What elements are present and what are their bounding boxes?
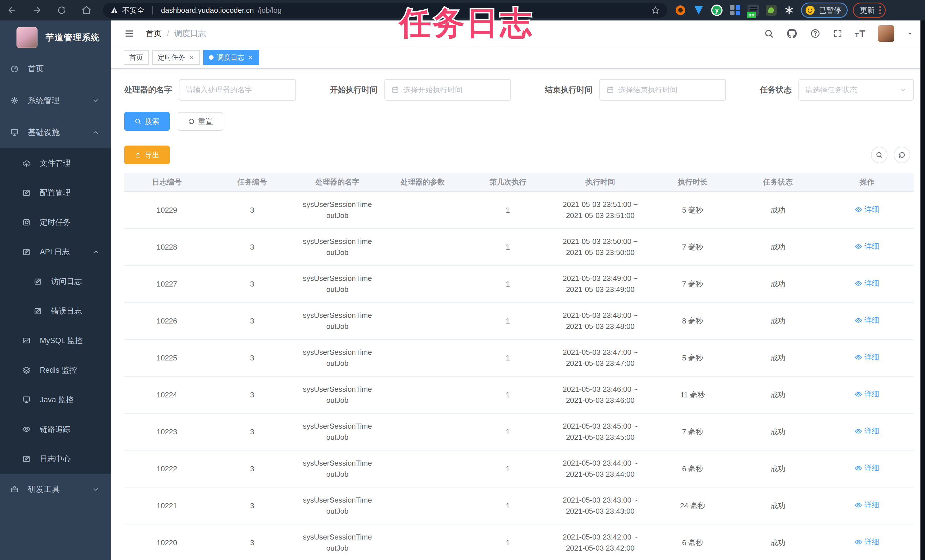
cell-times: 1 <box>465 303 550 339</box>
reset-button[interactable]: 重置 <box>178 112 223 131</box>
search-icon[interactable] <box>764 29 774 38</box>
cell-duration: 7 毫秒 <box>650 229 735 265</box>
begin-time-picker <box>384 79 511 101</box>
sidebar: 芋道管理系统 首页 系统管理 基础设施 文件管理 <box>0 21 111 560</box>
cell-handler: sysUserSessionTimeoutJob <box>295 524 380 560</box>
cell-times: 1 <box>465 524 550 560</box>
detail-link[interactable]: 详细 <box>855 500 879 510</box>
extension-orange-icon[interactable] <box>675 5 686 16</box>
cell-duration: 6 毫秒 <box>650 524 735 560</box>
forward-icon[interactable] <box>32 5 42 15</box>
detail-link[interactable]: 详细 <box>855 315 879 326</box>
dashboard-icon <box>10 65 19 73</box>
hamburger-icon[interactable] <box>124 29 134 39</box>
cell-job-id: 3 <box>209 450 295 487</box>
cell-log-id: 10222 <box>124 450 209 487</box>
reload-icon[interactable] <box>57 5 66 15</box>
browser-menu-icon[interactable] <box>879 6 881 14</box>
sidebar-item-redis-monitor[interactable]: Redis 监控 <box>0 355 111 385</box>
eye-icon <box>22 425 31 434</box>
sidebar-item-file-manage[interactable]: 文件管理 <box>0 148 111 178</box>
extension-leaf-icon[interactable] <box>766 5 777 16</box>
sidebar-item-access-log[interactable]: 访问日志 <box>0 266 111 296</box>
cell-status: 成功 <box>735 450 821 487</box>
extension-grid-icon[interactable] <box>729 5 741 16</box>
refresh-table-button[interactable] <box>894 147 910 163</box>
paused-label: 已暂停 <box>819 5 841 15</box>
caret-down-icon[interactable] <box>907 30 914 37</box>
sidebar-item-home[interactable]: 首页 <box>0 53 111 85</box>
tab-scheduled-jobs[interactable]: 定时任务 <box>152 50 200 65</box>
sidebar-item-dev-tools[interactable]: 研发工具 <box>0 474 111 506</box>
help-icon[interactable] <box>810 29 820 39</box>
font-size-icon[interactable]: TT <box>855 29 865 38</box>
extension-on-badge-icon[interactable]: on <box>747 5 759 16</box>
sidebar-logo[interactable]: 芋道管理系统 <box>0 22 111 53</box>
cell-log-id: 10224 <box>124 376 209 413</box>
cell-period: 2021-05-03 23:51:00 ~ 2021-05-03 23:51:0… <box>550 191 650 229</box>
toggle-search-button[interactable] <box>871 147 887 163</box>
breadcrumb-home[interactable]: 首页 <box>146 28 162 39</box>
job-status-select[interactable]: 请选择任务状态 <box>798 79 914 101</box>
sidebar-item-config-manage[interactable]: 配置管理 <box>0 178 111 208</box>
cell-times: 1 <box>465 487 550 524</box>
detail-link[interactable]: 详细 <box>855 388 879 400</box>
detail-link[interactable]: 详细 <box>855 462 879 474</box>
cell-log-id: 10227 <box>124 265 209 303</box>
tab-job-log[interactable]: 调度日志 <box>203 50 259 65</box>
paused-badge[interactable]: 已暂停 <box>801 3 848 18</box>
tab-home[interactable]: 首页 <box>124 50 149 65</box>
cell-handler: sysUserSessionTimeoutJob <box>295 303 380 339</box>
logo-avatar <box>17 27 38 48</box>
cell-log-id: 10225 <box>124 339 209 376</box>
cell-param <box>380 376 465 413</box>
filter-handler-name: 处理器的名字 <box>124 79 296 101</box>
sidebar-item-tracing[interactable]: 链路追踪 <box>0 414 111 444</box>
close-icon[interactable] <box>188 54 194 60</box>
sidebar-item-log-center[interactable]: 日志中心 <box>0 444 111 474</box>
back-icon[interactable] <box>7 5 17 15</box>
cell-log-id: 10228 <box>124 229 209 265</box>
home-icon[interactable] <box>81 5 92 15</box>
github-icon[interactable] <box>786 28 798 39</box>
detail-link[interactable]: 详细 <box>855 426 879 437</box>
tab-label: 首页 <box>130 53 143 62</box>
user-avatar[interactable] <box>878 25 894 42</box>
sidebar-item-system[interactable]: 系统管理 <box>0 85 111 117</box>
address-bar[interactable]: 不安全 dashboard.yudao.iocoder.cn/job/log <box>103 3 667 18</box>
table-row: 10226 3 sysUserSessionTimeoutJob 1 2021-… <box>124 303 914 339</box>
extension-blue-drop-icon[interactable] <box>693 5 704 16</box>
begin-time-input[interactable] <box>403 86 504 94</box>
sidebar-item-mysql-monitor[interactable]: MySQL 监控 <box>0 326 111 355</box>
detail-link[interactable]: 详细 <box>855 352 879 363</box>
handler-name-input[interactable] <box>186 86 289 94</box>
extension-flower-icon[interactable] <box>783 5 795 16</box>
search-button[interactable]: 搜索 <box>124 112 170 131</box>
fullscreen-icon[interactable] <box>833 29 842 38</box>
detail-link[interactable]: 详细 <box>855 278 879 289</box>
gear-icon <box>10 96 19 105</box>
select-placeholder: 请选择任务状态 <box>805 85 895 95</box>
sidebar-item-label: 日志中心 <box>40 454 71 464</box>
chevron-down-icon <box>899 86 907 93</box>
sidebar-item-infra[interactable]: 基础设施 <box>0 117 111 148</box>
sidebar-item-java-monitor[interactable]: Java 监控 <box>0 385 111 414</box>
end-time-input[interactable] <box>618 86 719 94</box>
export-button[interactable]: 导出 <box>124 146 170 164</box>
cell-times: 1 <box>465 339 550 376</box>
sidebar-item-error-log[interactable]: 错误日志 <box>0 296 111 326</box>
sidebar-item-label: 基础设施 <box>28 127 60 138</box>
detail-link[interactable]: 详细 <box>855 536 879 548</box>
refresh-icon <box>188 118 195 125</box>
sidebar-item-api-log[interactable]: API 日志 <box>0 237 111 266</box>
close-icon[interactable] <box>248 54 253 60</box>
sidebar-item-scheduled-jobs[interactable]: 定时任务 <box>0 208 111 237</box>
update-button[interactable]: 更新 <box>853 3 886 18</box>
cell-param <box>380 487 465 524</box>
col-status: 任务状态 <box>735 173 821 191</box>
browser-scrollbar[interactable] <box>920 21 925 560</box>
detail-link[interactable]: 详细 <box>855 204 879 215</box>
bookmark-star-icon[interactable] <box>651 6 660 15</box>
extension-green-icon[interactable]: y <box>711 5 723 16</box>
detail-link[interactable]: 详细 <box>855 241 879 252</box>
